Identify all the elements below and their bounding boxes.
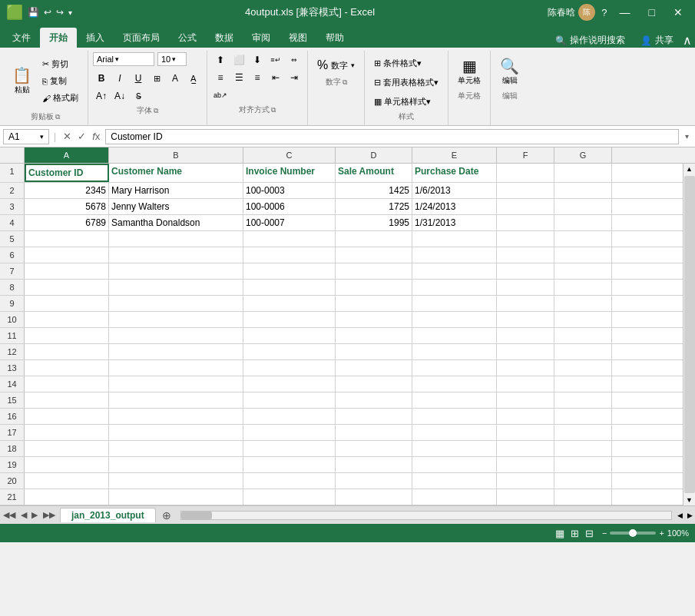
formula-expand-button[interactable]: ▾: [682, 132, 692, 141]
cell-C13[interactable]: [243, 360, 336, 376]
cell-D14[interactable]: [336, 376, 412, 392]
cell-B13[interactable]: [109, 360, 243, 376]
tab-file[interactable]: 文件: [3, 28, 40, 48]
redo-icon[interactable]: ↪: [56, 7, 64, 18]
paste-button[interactable]: 📋 粘贴: [8, 65, 36, 98]
cell-G13[interactable]: [554, 360, 612, 376]
cell-G12[interactable]: [554, 344, 612, 359]
cell-F13[interactable]: [497, 360, 554, 376]
cell-E15[interactable]: [412, 392, 497, 408]
merge-button[interactable]: ⇔: [286, 52, 303, 68]
sheet-nav-right[interactable]: ▶: [29, 510, 40, 520]
cell-B20[interactable]: [109, 473, 243, 488]
cell-G20[interactable]: [554, 473, 612, 488]
row-number-16[interactable]: 16: [0, 409, 25, 424]
cell-A16[interactable]: [25, 409, 109, 424]
cell-C16[interactable]: [243, 409, 336, 424]
cell-E4[interactable]: 1/31/2013: [412, 215, 497, 230]
cell-G11[interactable]: [554, 328, 612, 343]
scroll-thumb[interactable]: [684, 176, 695, 493]
align-left-button[interactable]: ≡: [212, 70, 229, 85]
cell-F3[interactable]: [497, 199, 554, 214]
cell-D13[interactable]: [336, 360, 412, 376]
page-layout-view-button[interactable]: ⊞: [568, 527, 581, 540]
row-number-6[interactable]: 6: [0, 247, 25, 263]
italic-button[interactable]: I: [111, 71, 128, 86]
col-header-g[interactable]: G: [554, 147, 612, 163]
font-family-dropdown[interactable]: Arial ▾: [93, 52, 154, 66]
cell-A21[interactable]: [25, 489, 109, 505]
cell-F4[interactable]: [497, 215, 554, 230]
cell-A12[interactable]: [25, 344, 109, 359]
rotate-text-button[interactable]: ab↗: [212, 88, 229, 103]
strikethrough-button[interactable]: S̶: [130, 88, 147, 104]
cell-E12[interactable]: [412, 344, 497, 359]
cell-D8[interactable]: [336, 280, 412, 295]
cell-A14[interactable]: [25, 376, 109, 392]
col-header-c[interactable]: C: [243, 147, 336, 163]
row-number-17[interactable]: 17: [0, 425, 25, 440]
cell-C10[interactable]: [243, 312, 336, 327]
cell-B17[interactable]: [109, 425, 243, 440]
cell-F9[interactable]: [497, 296, 554, 311]
cell-E5[interactable]: [412, 231, 497, 247]
cell-A19[interactable]: [25, 457, 109, 472]
cell-style-button[interactable]: ▦ 单元格样式▾: [369, 94, 443, 110]
cell-A4[interactable]: 6789: [25, 215, 109, 230]
cell-C18[interactable]: [243, 441, 336, 456]
formula-input[interactable]: Customer ID: [105, 129, 679, 144]
row-number-15[interactable]: 15: [0, 392, 25, 408]
cell-B21[interactable]: [109, 489, 243, 505]
scroll-up-button[interactable]: ▲: [684, 164, 694, 174]
cell-B18[interactable]: [109, 441, 243, 456]
row-number-7[interactable]: 7: [0, 263, 25, 279]
help-icon[interactable]: ?: [601, 7, 607, 18]
cell-E11[interactable]: [412, 328, 497, 343]
row-number-8[interactable]: 8: [0, 280, 25, 295]
cell-G18[interactable]: [554, 441, 612, 456]
maximize-button[interactable]: □: [643, 5, 661, 20]
cell-D16[interactable]: [336, 409, 412, 424]
cell-F7[interactable]: [497, 263, 554, 279]
cell-F10[interactable]: [497, 312, 554, 327]
fill-color-button[interactable]: A̲: [185, 71, 202, 86]
cell-E19[interactable]: [412, 457, 497, 472]
font-increase-button[interactable]: A↑: [93, 88, 110, 104]
cell-A10[interactable]: [25, 312, 109, 327]
cell-B6[interactable]: [109, 247, 243, 263]
cell-A18[interactable]: [25, 441, 109, 456]
cell-F2[interactable]: [497, 183, 554, 198]
cell-E3[interactable]: 1/24/2013: [412, 199, 497, 214]
table-style-button[interactable]: ⊟ 套用表格格式▾: [369, 75, 443, 91]
normal-view-button[interactable]: ▦: [553, 527, 567, 540]
tab-home[interactable]: 开始: [40, 28, 77, 48]
cell-B7[interactable]: [109, 263, 243, 279]
insert-function-icon[interactable]: fx: [90, 129, 102, 144]
increase-indent-button[interactable]: ⇥: [286, 70, 303, 85]
edit-button[interactable]: 🔍 编辑: [495, 55, 524, 89]
font-size-dropdown[interactable]: 10 ▾: [157, 52, 187, 66]
decrease-indent-button[interactable]: ⇤: [267, 70, 284, 85]
cell-C9[interactable]: [243, 296, 336, 311]
cell-F20[interactable]: [497, 473, 554, 488]
font-decrease-button[interactable]: A↓: [111, 88, 128, 104]
cell-D18[interactable]: [336, 441, 412, 456]
cell-B9[interactable]: [109, 296, 243, 311]
cell-D21[interactable]: [336, 489, 412, 505]
cell-G2[interactable]: [554, 183, 612, 198]
scroll-down-button[interactable]: ▼: [684, 495, 694, 505]
cell-F15[interactable]: [497, 392, 554, 408]
row-number-3[interactable]: 3: [0, 199, 25, 214]
cell-B1[interactable]: Customer Name: [109, 164, 243, 182]
font-expand-icon[interactable]: ⧉: [154, 107, 158, 115]
cell-D20[interactable]: [336, 473, 412, 488]
search-label[interactable]: 操作说明搜索: [570, 34, 625, 47]
sheet-prev-button[interactable]: ◀◀: [0, 510, 18, 520]
row-number-12[interactable]: 12: [0, 344, 25, 359]
grid-body[interactable]: 1Customer IDCustomer NameInvoice NumberS…: [0, 164, 683, 505]
cell-D4[interactable]: 1995: [336, 215, 412, 230]
cell-G10[interactable]: [554, 312, 612, 327]
col-header-e[interactable]: E: [412, 147, 497, 163]
confirm-formula-icon[interactable]: ✓: [75, 129, 88, 144]
cell-F19[interactable]: [497, 457, 554, 472]
